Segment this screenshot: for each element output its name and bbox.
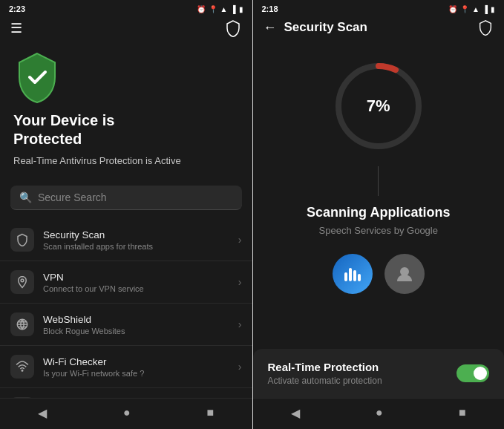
chevron-right-icon: › [238,276,242,288]
back-arrow-button[interactable]: ← [264,20,277,36]
unknown-app-icon [384,254,425,294]
svg-rect-5 [344,272,347,281]
svg-rect-6 [349,268,352,281]
security-scan-icon-wrap [10,228,34,252]
location-icon: 📍 [209,5,217,13]
menu-item-wifi[interactable]: Wi-Fi Checker Is your Wi-Fi network safe… [0,346,252,388]
chevron-right-icon: › [238,318,242,330]
speech-services-icon [333,254,373,294]
scan-connector-line [378,166,379,196]
webshield-icon-wrap [10,312,34,336]
toggle-knob [474,367,487,380]
real-time-desc: Activate automatic protection [268,376,382,386]
right-status-icons: ⏰ 📍 ▲ ▐ ▮ [448,5,495,13]
real-time-protection-bar: Real-Time Protection Activate automatic … [253,349,505,398]
menu-item-vpn[interactable]: VPN Connect to our VPN service › [0,261,252,304]
right-time: 2:18 [262,4,278,13]
security-scan-label: Security Scan [43,229,238,240]
scan-area: 7% Scanning Applications Speech Services… [253,43,505,349]
webshield-desc: Block Rogue Websites [43,327,238,335]
home-button[interactable]: ● [123,406,131,420]
r-location-icon: 📍 [460,5,469,13]
wifi-label: Wi-Fi Checker [43,356,238,367]
r-wifi-icon: ▲ [472,5,480,13]
left-status-bar: 2:23 ⏰ 📍 ▲ ▐ ▮ [0,0,252,16]
wifi-icon [16,360,29,373]
left-panel: 2:23 ⏰ 📍 ▲ ▐ ▮ ☰ Your Device isProtected… [0,0,252,429]
back-button[interactable]: ◀ [38,406,47,420]
svg-point-2 [22,370,23,372]
security-scan-desc: Scan installed apps for threats [43,242,238,251]
globe-icon [16,318,29,331]
real-time-text-block: Real-Time Protection Activate automatic … [268,361,382,386]
security-scan-text: Security Scan Scan installed apps for th… [43,229,238,251]
battery-icon: ▮ [239,5,243,13]
r-battery-icon: ▮ [491,5,495,13]
signal-icon: ▐ [230,5,235,13]
r-signal-icon: ▐ [482,5,488,13]
r-recents-button[interactable]: ■ [459,406,466,420]
webshield-text: WebShield Block Rogue Websites [43,314,238,335]
menu-item-data-breach[interactable]: Data Breach Check Has your data been sto… [0,388,252,398]
search-icon: 🔍 [19,191,32,203]
gray-app-icon [393,262,416,286]
left-top-bar: ☰ [0,16,252,43]
chevron-right-icon: › [238,361,242,373]
left-time: 2:23 [9,4,25,13]
progress-ring-container: 7% [330,58,427,154]
r-alarm-icon: ⏰ [448,5,457,13]
right-screen-title: Security Scan [284,20,471,35]
real-time-toggle[interactable] [456,364,489,382]
search-bar[interactable]: 🔍 Secure Search [10,186,242,210]
svg-rect-8 [358,274,361,281]
right-status-bar: 2:18 ⏰ 📍 ▲ ▐ ▮ [253,0,505,16]
real-time-label: Real-Time Protection [268,361,382,373]
menu-item-security-scan[interactable]: Security Scan Scan installed apps for th… [0,219,252,261]
chevron-right-icon: › [238,234,242,246]
main-shield [13,50,61,104]
speech-bar-icon [341,262,364,286]
vpn-desc: Connect to our VPN service [43,284,238,293]
right-panel: 2:18 ⏰ 📍 ▲ ▐ ▮ ← Security Scan 7% [253,0,505,429]
menu-list: Security Scan Scan installed apps for th… [0,219,252,398]
scan-sublabel: Speech Services by Google [319,225,438,236]
right-bottom-nav: ◀ ● ■ [253,398,505,429]
scan-percent: 7% [367,96,390,116]
webshield-label: WebShield [43,314,238,325]
wifi-desc: Is your Wi-Fi network safe ? [43,369,238,378]
menu-icon[interactable]: ☰ [10,20,22,36]
left-bottom-nav: ◀ ● ■ [0,398,252,429]
right-shield-icon [477,19,494,36]
search-placeholder: Secure Search [38,191,107,203]
hero-section: Your Device isProtected Real-Time Antivi… [0,43,252,180]
scan-label: Scanning Applications [307,205,450,220]
shield-top-icon [224,19,242,37]
right-top-bar: ← Security Scan [253,16,505,43]
left-status-icons: ⏰ 📍 ▲ ▐ ▮ [197,5,243,13]
app-icons-row [333,254,425,294]
recents-button[interactable]: ■ [206,406,214,420]
hero-subtitle: Real-Time Antivirus Protection is Active [13,154,181,168]
wifi-icon-wrap [10,355,34,379]
alarm-icon: ⏰ [197,5,206,13]
r-back-button[interactable]: ◀ [291,406,300,420]
shield-menu-icon [16,233,29,246]
wifi-text: Wi-Fi Checker Is your Wi-Fi network safe… [43,356,238,378]
vpn-icon-wrap [10,270,34,294]
wifi-status-icon: ▲ [220,5,228,13]
svg-point-0 [21,279,24,282]
svg-rect-7 [353,270,356,281]
vpn-label: VPN [43,272,238,283]
menu-item-webshield[interactable]: WebShield Block Rogue Websites › [0,304,252,346]
vpn-location-icon [16,275,29,289]
r-home-button[interactable]: ● [376,406,383,420]
data-breach-icon-wrap [10,397,34,398]
vpn-text: VPN Connect to our VPN service [43,272,238,293]
hero-title: Your Device isProtected [13,111,114,148]
